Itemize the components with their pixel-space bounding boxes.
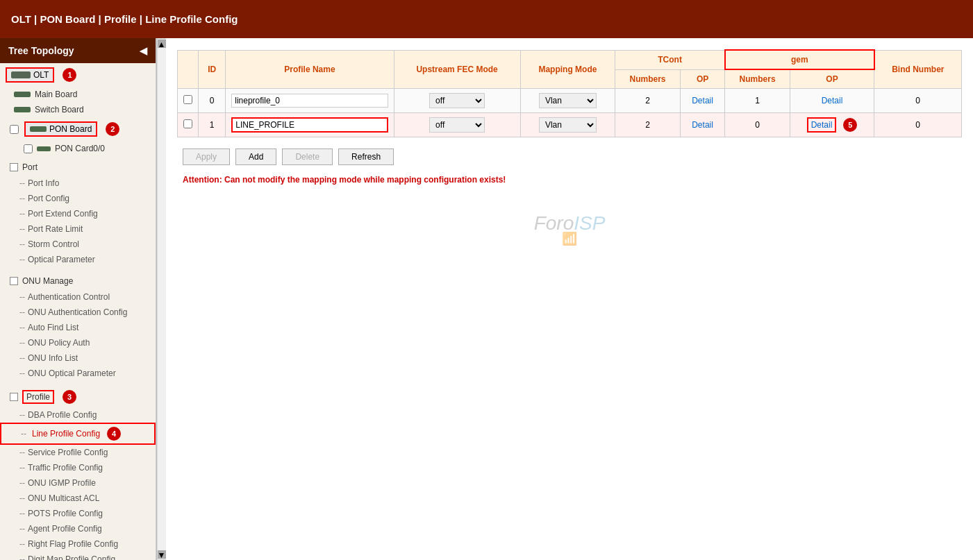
menu-right-flag-profile[interactable]: --Right Flag Profile Config xyxy=(0,536,156,552)
menu-port-extend-config[interactable]: --Port Extend Config xyxy=(0,206,156,221)
pon-board-checkbox[interactable] xyxy=(10,125,19,134)
menu-onu-igmp-profile[interactable]: --ONU IGMP Profile xyxy=(0,475,156,491)
row-1-gem-numbers: 0 xyxy=(725,113,790,137)
sidebar: Tree Topology ◀ OLT 1 Main Board Switch … xyxy=(0,38,156,560)
menu-onu-info-list[interactable]: --ONU Info List xyxy=(0,350,156,366)
breadcrumb: OLT | PON Board | Profile | Line Profile… xyxy=(11,13,238,25)
watermark: ForoISP 📶 xyxy=(177,212,962,246)
menu-auto-find-list[interactable]: --Auto Find List xyxy=(0,320,156,335)
row-0-profile-name-input[interactable] xyxy=(231,94,388,108)
menu-digit-map-profile[interactable]: --Digit Map Profile Config xyxy=(0,552,156,560)
port-checkbox[interactable] xyxy=(10,163,18,171)
onu-manage-parent[interactable]: ONU Manage xyxy=(0,273,156,289)
row-1-mapping-select[interactable]: Vlan GEM Port TCI xyxy=(539,117,597,133)
apply-button[interactable]: Apply xyxy=(183,149,230,165)
pon-card-icon xyxy=(37,146,51,151)
onu-manage-label: ONU Manage xyxy=(22,276,73,286)
top-bar: OLT | PON Board | Profile | Line Profile… xyxy=(0,0,973,38)
switch-board-item[interactable]: Switch Board xyxy=(0,102,156,117)
line-profile-table: ID Profile Name Upstream FEC Mode Mappin… xyxy=(177,49,962,137)
pon-board-icon xyxy=(30,126,47,132)
th-tcont-op: OP xyxy=(680,69,725,89)
menu-onu-auth-config[interactable]: --ONU Authentication Config xyxy=(0,305,156,320)
menu-onu-optical-param[interactable]: --ONU Optical Parameter xyxy=(0,366,156,381)
olt-row: OLT 1 xyxy=(0,63,156,87)
menu-port-rate-limit[interactable]: --Port Rate Limit xyxy=(0,221,156,237)
delete-button[interactable]: Delete xyxy=(282,149,333,165)
board-icon xyxy=(14,92,31,97)
th-upstream-fec: Upstream FEC Mode xyxy=(394,50,520,89)
profile-label: Profile xyxy=(22,390,54,404)
row-1-fec-select[interactable]: off on xyxy=(429,117,485,133)
scroll-up-button[interactable]: ▲ xyxy=(158,40,166,48)
th-gem-op: OP xyxy=(790,69,874,89)
row-0-mapping-select[interactable]: Vlan GEM Port TCI xyxy=(539,93,597,108)
menu-auth-control[interactable]: --Authentication Control xyxy=(0,289,156,305)
pon-board-item[interactable]: PON Board xyxy=(24,121,97,137)
refresh-button[interactable]: Refresh xyxy=(338,149,394,165)
row-1-checkbox[interactable] xyxy=(183,119,192,128)
row-1-mapping: Vlan GEM Port TCI xyxy=(520,113,615,137)
menu-service-profile[interactable]: --Service Profile Config xyxy=(0,445,156,460)
onu-manage-section: ONU Manage --Authentication Control --ON… xyxy=(0,270,156,384)
menu-line-profile-config[interactable]: -- Line Profile Config 4 xyxy=(0,423,156,445)
pon-board-label: PON Board xyxy=(49,124,92,134)
menu-pots-profile[interactable]: --POTS Profile Config xyxy=(0,506,156,521)
main-area: Tree Topology ◀ OLT 1 Main Board Switch … xyxy=(0,38,973,560)
row-0-tcont-numbers: 2 xyxy=(615,89,680,113)
table-wrapper: ID Profile Name Upstream FEC Mode Mappin… xyxy=(166,38,973,257)
switch-board-label: Switch Board xyxy=(35,105,84,114)
menu-agent-profile[interactable]: --Agent Profile Config xyxy=(0,521,156,536)
row-1-gem-detail-link[interactable]: Detail xyxy=(807,117,837,133)
profile-parent[interactable]: Profile 3 xyxy=(0,387,156,407)
badge-4: 4 xyxy=(107,427,121,441)
row-1-fec: off on xyxy=(394,113,520,137)
menu-port-config[interactable]: --Port Config xyxy=(0,191,156,206)
row-0-fec-select[interactable]: off on xyxy=(429,93,485,108)
collapse-button[interactable]: ◀ xyxy=(140,45,147,56)
main-board-item[interactable]: Main Board xyxy=(0,87,156,102)
sidebar-header: Tree Topology ◀ xyxy=(0,38,156,63)
pon-card-checkbox[interactable] xyxy=(24,144,33,153)
row-0-tcont-detail-link[interactable]: Detail xyxy=(692,96,713,105)
menu-traffic-profile[interactable]: --Traffic Profile Config xyxy=(0,460,156,475)
attention-text: Attention: Can not modify the mapping mo… xyxy=(177,175,962,185)
menu-port-info[interactable]: --Port Info xyxy=(0,176,156,191)
row-1-tcont-op: Detail xyxy=(680,113,725,137)
row-0-tcont-op: Detail xyxy=(680,89,725,113)
row-0-mapping: Vlan GEM Port TCI xyxy=(520,89,615,113)
menu-onu-policy-auth[interactable]: --ONU Policy Auth xyxy=(0,335,156,350)
olt-item[interactable]: OLT xyxy=(6,67,54,83)
row-1-id: 1 xyxy=(199,113,226,137)
row-0-gem-op: Detail xyxy=(790,89,874,113)
profile-checkbox[interactable] xyxy=(10,393,18,401)
th-tcont-numbers: Numbers xyxy=(615,69,680,89)
th-bind-number: Bind Number xyxy=(874,50,962,89)
table-row: 0 off on xyxy=(178,89,962,113)
row-1-profile-name-input[interactable] xyxy=(231,117,388,133)
olt-label: OLT xyxy=(33,70,49,80)
port-label: Port xyxy=(22,162,38,172)
row-0-profile-name xyxy=(226,89,394,113)
port-parent[interactable]: Port xyxy=(0,159,156,176)
scroll-down-button[interactable]: ▼ xyxy=(158,550,166,559)
pon-card-item[interactable]: PON Card0/0 xyxy=(0,141,156,156)
menu-storm-control[interactable]: --Storm Control xyxy=(0,237,156,252)
sidebar-scrollbar[interactable]: ▲ ▼ xyxy=(156,38,166,560)
port-section: Port --Port Info --Port Config --Port Ex… xyxy=(0,156,156,270)
menu-dba-profile[interactable]: --DBA Profile Config xyxy=(0,407,156,423)
attention-prefix: Attention: xyxy=(183,175,222,185)
badge-2: 2 xyxy=(106,122,119,136)
menu-onu-multicast-acl[interactable]: --ONU Multicast ACL xyxy=(0,491,156,506)
onu-manage-checkbox[interactable] xyxy=(10,277,18,285)
add-button[interactable]: Add xyxy=(235,149,276,165)
row-0-checkbox[interactable] xyxy=(183,95,192,104)
menu-optical-parameter[interactable]: --Optical Parameter xyxy=(0,252,156,267)
button-row: Apply Add Delete Refresh xyxy=(177,149,962,165)
attention-message: Can not modify the mapping mode while ma… xyxy=(224,175,506,185)
row-0-gem-detail-link[interactable]: Detail xyxy=(822,96,843,105)
row-0-bind-number: 0 xyxy=(874,89,962,113)
main-board-label: Main Board xyxy=(35,90,77,99)
content-area: ID Profile Name Upstream FEC Mode Mappin… xyxy=(166,38,973,560)
row-1-tcont-detail-link[interactable]: Detail xyxy=(692,120,713,130)
